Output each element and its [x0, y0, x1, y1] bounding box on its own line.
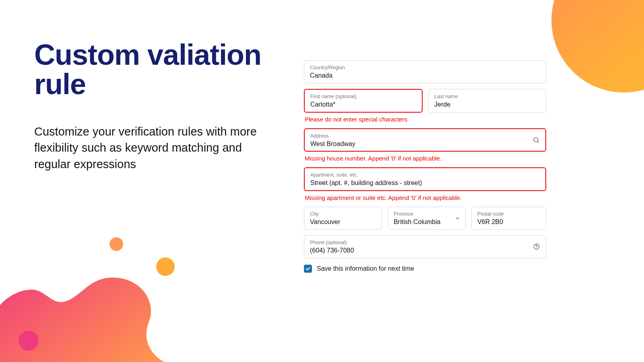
city-field[interactable]: City Vancouver: [304, 207, 382, 230]
province-value: British Columbia: [394, 218, 460, 226]
province-label: Province: [394, 211, 460, 217]
province-field[interactable]: Province British Columbia: [388, 207, 466, 230]
decorative-dot-pink: [19, 331, 39, 351]
apartment-label: Apartment, suite, etc.: [310, 172, 540, 178]
first-name-value: Carlotta*: [310, 101, 416, 109]
decorative-dot-orange-small: [109, 237, 123, 251]
last-name-value: Jerde: [434, 101, 540, 109]
country-field[interactable]: Country/Region Canada: [304, 60, 546, 83]
city-label: City: [310, 211, 376, 217]
save-info-label: Save this information for next time: [317, 265, 414, 272]
first-name-error: Please do not enter special characters: [305, 116, 545, 123]
search-icon: [533, 136, 540, 144]
last-name-field[interactable]: Last name Jerde: [428, 89, 546, 113]
country-label: Country/Region: [310, 65, 540, 71]
apartment-value: Street (apt. #, building address - stree…: [310, 179, 540, 187]
chevron-down-icon: [455, 216, 460, 221]
first-name-label: First name (optional): [310, 94, 416, 100]
address-field[interactable]: Address West Broadway: [304, 128, 546, 152]
address-error: Missing house number. Append '0' if not …: [305, 155, 545, 162]
phone-value: (604) 736-7080: [310, 247, 540, 255]
postal-code-field[interactable]: Postal code V6R 2B0: [471, 207, 546, 230]
svg-point-3: [536, 248, 537, 249]
postal-code-value: V6R 2B0: [477, 218, 540, 226]
country-value: Canada: [310, 72, 540, 80]
decorative-dot-orange-medium: [156, 257, 175, 276]
apartment-field[interactable]: Apartment, suite, etc. Street (apt. #, b…: [304, 167, 546, 191]
postal-code-label: Postal code: [477, 211, 540, 217]
last-name-label: Last name: [434, 94, 540, 100]
page-subtitle: Customize your verification rules with m…: [34, 123, 276, 173]
help-icon[interactable]: [533, 243, 540, 250]
svg-line-1: [537, 141, 539, 143]
save-info-checkbox[interactable]: [304, 265, 312, 273]
phone-field[interactable]: Phone (optional) (604) 736-7080: [304, 235, 546, 258]
city-value: Vancouver: [310, 218, 376, 226]
address-value: West Broadway: [310, 140, 540, 148]
address-label: Address: [310, 133, 540, 139]
page-title: Custom valiation rule: [34, 40, 276, 99]
decorative-blob-top-right: [551, 0, 644, 93]
shipping-form: Country/Region Canada First name (option…: [304, 60, 546, 273]
phone-label: Phone (optional): [310, 240, 540, 246]
first-name-field[interactable]: First name (optional) Carlotta*: [304, 89, 423, 113]
apartment-error: Missing apartment or suite etc. Append '…: [305, 194, 545, 201]
